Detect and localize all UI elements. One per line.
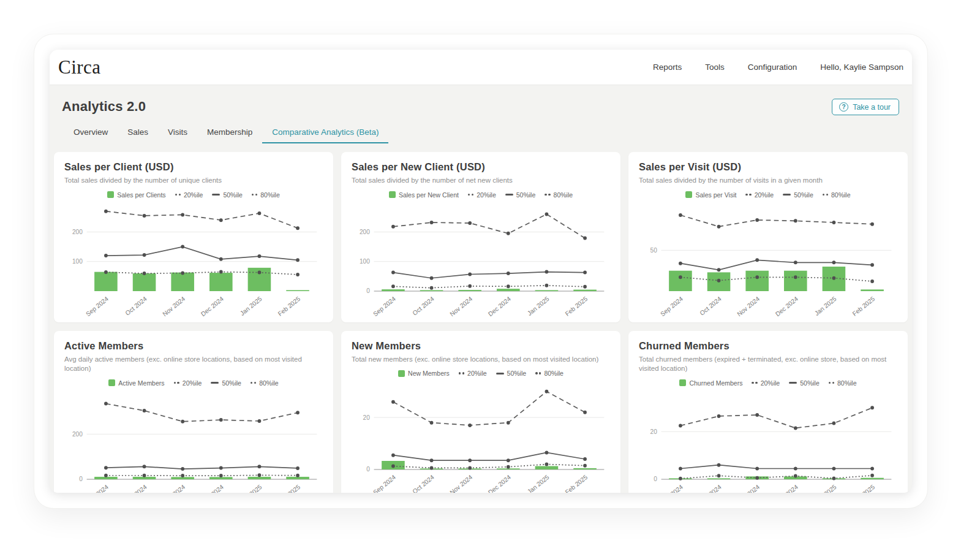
solid-line-icon [211,382,219,384]
legend-label: 50%ile [794,191,813,199]
tab-bar: Overview Sales Visits Membership Compara… [64,127,908,143]
tab-overview[interactable]: Overview [64,127,118,143]
legend-label: Sales per New Client [399,191,459,199]
svg-text:Sep 2024: Sep 2024 [372,474,397,493]
svg-text:100: 100 [360,258,370,265]
legend-label: New Members [408,370,450,377]
dotted-line-icon [745,194,751,196]
svg-text:Dec 2024: Dec 2024 [774,483,799,493]
tab-membership[interactable]: Membership [197,127,262,143]
svg-text:50: 50 [650,246,658,253]
tab-comparative-analytics[interactable]: Comparative Analytics (Beta) [262,127,388,143]
chart-card-sales-per-new-client: Sales per New Client (USD) Total sales d… [341,152,620,322]
svg-text:Feb 2025: Feb 2025 [564,295,589,317]
bar-swatch-icon [685,191,692,198]
chart-subtitle: Avg daily active members (exc. online st… [64,355,323,374]
question-circle-icon: ? [839,102,848,112]
tour-button-label: Take a tour [853,103,891,112]
content-area: Analytics 2.0 ? Take a tour Overview Sal… [50,85,912,493]
chart-plot[interactable]: 0200Sep 2024Oct 2024Nov 2024Dec 2024Jan … [64,388,323,493]
chart-title: New Members [352,340,610,352]
chart-card-new-members: New Members Total new members (exc. onli… [341,331,620,493]
chart-legend: New Members 20%ile 50%ile 80%ile [352,370,610,377]
chart-title: Active Members [64,340,323,352]
legend-label: 50%ile [507,370,527,377]
svg-text:Oct 2024: Oct 2024 [124,483,148,493]
svg-text:Nov 2024: Nov 2024 [161,483,186,493]
legend-label: 50%ile [516,191,536,199]
svg-text:Jan 2025: Jan 2025 [239,295,263,317]
svg-text:Sep 2024: Sep 2024 [659,295,684,317]
svg-text:Dec 2024: Dec 2024 [487,474,512,493]
circa-logo[interactable]: Circa [58,56,101,78]
dotted-line-icon [174,382,179,384]
nav-reports[interactable]: Reports [653,63,682,72]
svg-text:Feb 2025: Feb 2025 [564,474,589,493]
chart-title: Sales per Visit (USD) [639,161,897,173]
tab-visits[interactable]: Visits [158,127,197,143]
svg-text:200: 200 [360,228,370,235]
bar-swatch-icon [398,370,405,377]
legend-label: Sales per Visit [695,191,736,199]
chart-title: Churned Members [639,340,897,352]
svg-text:Jan 2025: Jan 2025 [813,295,838,317]
svg-text:Feb 2025: Feb 2025 [851,483,876,493]
dotted-line-icon [459,372,464,374]
tab-sales[interactable]: Sales [118,127,158,143]
dashed-line-icon [545,194,550,196]
svg-text:Sep 2024: Sep 2024 [372,295,397,317]
chart-plot[interactable]: 50Sep 2024Oct 2024Nov 2024Dec 2024Jan 20… [639,200,897,320]
solid-line-icon [783,194,791,196]
legend-label: Active Members [118,379,164,387]
legend-label: 80%ile [260,191,280,199]
chart-subtitle: Total new members (exc. online store loc… [352,355,610,365]
chart-subtitle: Total sales divided by the number of vis… [639,176,897,186]
svg-text:Nov 2024: Nov 2024 [448,474,473,493]
svg-text:Sep 2024: Sep 2024 [85,483,110,493]
legend-label: 80%ile [837,379,857,387]
bar-swatch-icon [679,379,686,386]
svg-text:Feb 2025: Feb 2025 [851,295,876,317]
legend-label: 80%ile [831,191,851,199]
bar-swatch-icon [389,191,396,198]
nav-configuration[interactable]: Configuration [748,63,797,72]
svg-text:Jan 2025: Jan 2025 [813,483,838,493]
app-window-frame: Circa Reports Tools Configuration Hello,… [34,34,928,509]
legend-label: 20%ile [467,370,487,377]
dashed-line-icon [535,372,541,374]
chart-plot[interactable]: 0100200Sep 2024Oct 2024Nov 2024Dec 2024J… [352,200,610,320]
chart-plot[interactable]: 020Sep 2024Oct 2024Nov 2024Dec 2024Jan 2… [639,388,897,493]
user-greeting[interactable]: Hello, Kaylie Sampson [820,63,903,72]
chart-legend: Sales per Visit 20%ile 50%ile 80%ile [639,191,897,199]
chart-plot[interactable]: 100200Sep 2024Oct 2024Nov 2024Dec 2024Ja… [64,200,323,320]
chart-card-active-members: Active Members Avg daily active members … [54,331,333,493]
nav-tools[interactable]: Tools [705,63,725,72]
chart-legend: Active Members 20%ile 50%ile 80%ile [64,379,323,387]
dashed-line-icon [829,382,834,384]
svg-text:Feb 2025: Feb 2025 [277,483,301,493]
solid-line-icon [789,382,797,384]
svg-text:Nov 2024: Nov 2024 [736,295,761,317]
take-a-tour-button[interactable]: ? Take a tour [832,99,899,115]
solid-line-icon [212,194,220,196]
chart-title: Sales per Client (USD) [64,161,323,173]
chart-plot[interactable]: 020Sep 2024Oct 2024Nov 2024Dec 2024Jan 2… [352,378,610,493]
svg-text:Jan 2025: Jan 2025 [526,474,551,493]
app-card: Circa Reports Tools Configuration Hello,… [50,50,912,493]
svg-text:Feb 2025: Feb 2025 [277,295,301,317]
chart-title: Sales per New Client (USD) [352,161,610,173]
svg-text:Sep 2024: Sep 2024 [85,295,110,317]
svg-text:Jan 2025: Jan 2025 [239,483,263,493]
svg-text:Nov 2024: Nov 2024 [736,483,761,493]
chart-legend: Churned Members 20%ile 50%ile 80%ile [639,379,897,387]
legend-label: 50%ile [223,191,243,199]
legend-label: 20%ile [761,379,780,387]
chart-subtitle: Total sales divided by the number of net… [352,176,610,186]
top-nav: Reports Tools Configuration Hello, Kayli… [653,63,903,72]
svg-text:Dec 2024: Dec 2024 [774,295,799,317]
app-header: Circa Reports Tools Configuration Hello,… [50,50,912,85]
svg-text:0: 0 [366,466,370,473]
chart-legend: Sales per New Client 20%ile 50%ile 80%il… [352,191,610,199]
chart-card-sales-per-visit: Sales per Visit (USD) Total sales divide… [628,152,908,322]
svg-text:0: 0 [79,476,83,482]
